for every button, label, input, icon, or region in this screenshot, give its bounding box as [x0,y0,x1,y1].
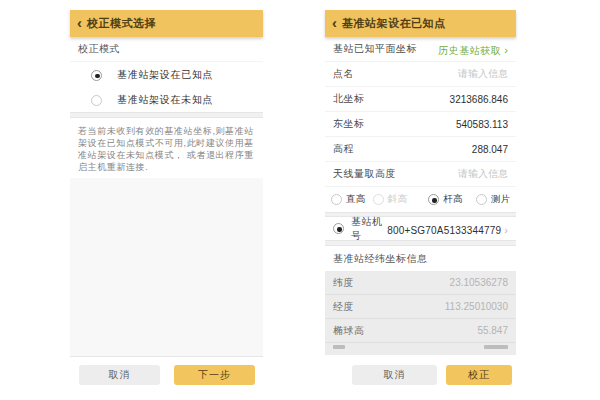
correction-mode-label: 校正模式 [78,42,120,56]
option-unknown-point-label: 基准站架设在未知点 [117,93,213,107]
radio-selected-icon [91,70,102,81]
correction-mode-section: 校正模式 [70,37,263,62]
radio-unselected-icon [331,194,342,205]
ellipsoid-height-value: 55.847 [477,325,508,336]
option-known-point[interactable]: 基准站架设在已知点 [70,62,263,88]
antenna-height-label: 天线量取高度 [333,167,396,181]
longitude-value: 113.25010030 [445,301,508,312]
east-coord-value[interactable]: 540583.113 [456,119,508,130]
row-antenna-height: 天线量取高度 请输入信息 [325,162,516,187]
row-point-name: 点名 请输入信息 [325,62,516,87]
latitude-value: 23.10536278 [450,277,508,288]
left-page-title: 校正模式选择 [87,16,156,31]
measure-plate-label: 测片 [491,193,511,206]
radio-disabled-icon [373,194,384,205]
clipped-label-remnant [333,345,345,349]
row-known-plane-coords: 基站已知平面坐标 历史基站获取› [325,37,516,62]
latlon-section-header: 基准站经纬坐标信息 [325,246,516,271]
slant-height-label: 斜高 [388,193,408,206]
latlon-readonly-panel: 纬度 23.10536278 经度 113.25010030 椭球高 55.84… [325,271,516,355]
warning-note: 若当前未收到有效的基准站坐标,则基准站架设在已知点模式不可用,此时建议使用基准站… [70,118,263,178]
option-known-point-label: 基准站架设在已知点 [117,68,213,82]
screen-base-known-point: ‹ 基准站架设在已知点 基站已知平面坐标 历史基站获取› 点名 请输入信息 北坐… [325,10,516,400]
longitude-label: 经度 [333,300,354,314]
base-device-id-value: 800+SG70A5133344779 [387,225,501,236]
vertical-height-label: 直高 [346,193,366,206]
pole-height-label: 杆高 [443,193,463,206]
back-icon[interactable]: ‹ [332,15,337,30]
elevation-label: 高程 [333,142,354,156]
row-north-coord: 北坐标 3213686.846 [325,87,516,112]
row-east-coord: 东坐标 540583.113 [325,112,516,137]
radio-unselected-icon [476,194,487,205]
history-base-link-label: 历史基站获取 [438,45,501,56]
known-plane-coords-label: 基站已知平面坐标 [333,42,417,56]
cancel-button[interactable]: 取消 [352,365,437,385]
chevron-right-icon: › [504,44,508,56]
clipped-row-remnant [325,343,516,349]
row-ellipsoid-height: 椭球高 55.847 [325,319,516,343]
latitude-label: 纬度 [333,276,354,290]
option-pole-height[interactable]: 杆高 [428,193,463,206]
row-latitude: 纬度 23.10536278 [325,271,516,295]
empty-content-area [70,178,263,357]
history-base-link[interactable]: 历史基站获取› [438,40,508,58]
antenna-height-input[interactable]: 请输入信息 [458,167,508,181]
latlon-section-title: 基准站经纬坐标信息 [333,252,428,266]
row-base-device-id[interactable]: 基站机号 800+SG70A5133344779› [325,217,516,240]
elevation-value[interactable]: 288.047 [472,144,508,155]
calibrate-button[interactable]: 校正 [446,365,512,385]
right-app-bar: ‹ 基准站架设在已知点 [325,10,516,37]
point-name-label: 点名 [333,67,354,81]
east-coord-label: 东坐标 [333,117,365,131]
cancel-button[interactable]: 取消 [79,365,160,385]
radio-selected-icon [333,223,344,234]
option-vertical-height[interactable]: 直高 [331,193,366,206]
ellipsoid-height-label: 椭球高 [333,324,365,338]
radio-selected-icon [428,194,439,205]
screenshot-canvas: ‹ 校正模式选择 校正模式 基准站架设在已知点 基准站架设在未知点 若当前未收到… [0,0,600,400]
right-page-title: 基准站架设在已知点 [342,16,446,31]
clipped-value-remnant [484,345,508,349]
next-step-button[interactable]: 下一步 [174,365,255,385]
radio-unselected-icon [91,95,102,106]
left-app-bar: ‹ 校正模式选择 [70,10,263,37]
screen-correction-mode-select: ‹ 校正模式选择 校正模式 基准站架设在已知点 基准站架设在未知点 若当前未收到… [70,10,263,400]
base-device-id-label: 基站机号 [351,215,387,243]
row-longitude: 经度 113.25010030 [325,295,516,319]
row-elevation: 高程 288.047 [325,137,516,162]
option-measure-plate[interactable]: 测片 [476,193,511,206]
base-device-id-right: 800+SG70A5133344779› [387,220,508,238]
north-coord-label: 北坐标 [333,92,365,106]
north-coord-value[interactable]: 3213686.846 [450,94,508,105]
antenna-measure-type-group: 直高 斜高 杆高 测片 [325,187,516,212]
back-icon[interactable]: ‹ [77,15,82,30]
option-slant-height[interactable]: 斜高 [373,193,408,206]
base-device-id-left: 基站机号 [333,215,387,243]
point-name-input[interactable]: 请输入信息 [458,67,508,81]
option-unknown-point[interactable]: 基准站架设在未知点 [70,88,263,112]
chevron-right-icon: › [504,224,508,236]
